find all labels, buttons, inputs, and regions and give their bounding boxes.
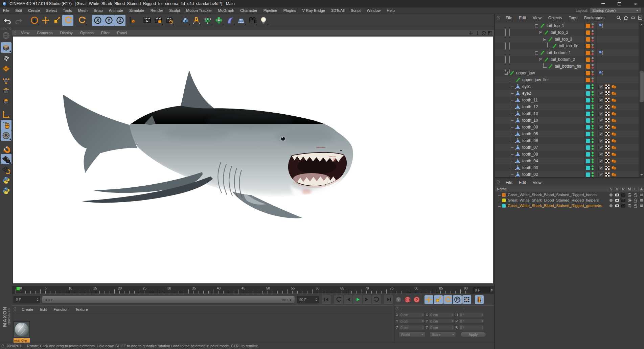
- object-name[interactable]: tail_bottom_fin: [555, 64, 581, 69]
- layer-color-swatch[interactable]: [586, 57, 590, 62]
- tag-uvw-icon[interactable]: [605, 131, 610, 137]
- tag-uvw-icon[interactable]: [605, 165, 610, 170]
- layer-dot[interactable]: [608, 198, 614, 203]
- tag-material-icon[interactable]: [611, 118, 617, 123]
- layer-color-swatch[interactable]: [502, 199, 506, 202]
- tag-psr-icon[interactable]: PSR: [598, 50, 604, 55]
- tag-material-icon[interactable]: [611, 145, 617, 150]
- soft-selection-button[interactable]: S: [1, 130, 12, 141]
- layer-color-swatch[interactable]: [586, 139, 590, 143]
- layer-animation[interactable]: [638, 204, 644, 208]
- last-tool-button[interactable]: [76, 15, 87, 26]
- object-name[interactable]: tooth_06: [522, 138, 538, 143]
- layer-color-swatch[interactable]: [586, 85, 590, 89]
- record-help-button[interactable]: ?: [413, 296, 420, 303]
- object-name[interactable]: tooth_05: [522, 132, 538, 136]
- current-frame-field[interactable]: 0 F: [472, 286, 494, 294]
- object-name[interactable]: tooth_04: [522, 159, 538, 163]
- viewport-grip[interactable]: [13, 31, 16, 35]
- undo-button[interactable]: [2, 15, 13, 26]
- menu-v-ray-bridge[interactable]: V-Ray Bridge: [299, 8, 328, 13]
- layer-eye[interactable]: [614, 198, 620, 203]
- menu-snap[interactable]: Snap: [91, 8, 106, 13]
- scale-button[interactable]: [51, 15, 62, 26]
- tree-row[interactable]: tooth_11: [495, 97, 639, 103]
- layer-manager-menu-file[interactable]: File: [502, 180, 515, 185]
- tag-uvw-icon[interactable]: [605, 124, 610, 130]
- tree-row[interactable]: tooth_06: [495, 137, 639, 144]
- python-tag-button[interactable]: [1, 175, 12, 185]
- collapse-icon[interactable]: [539, 31, 542, 34]
- tag-material-icon[interactable]: [611, 165, 617, 170]
- object-tree-scrollbar[interactable]: [639, 22, 644, 177]
- layer-color-swatch[interactable]: [586, 98, 590, 102]
- layer-color-swatch[interactable]: [586, 132, 590, 136]
- layer-animation[interactable]: [638, 198, 644, 203]
- tag-material-icon[interactable]: [611, 138, 617, 143]
- add-cube-button[interactable]: [180, 15, 191, 26]
- material-thumbnail[interactable]: [14, 321, 30, 338]
- tag-uvw-icon[interactable]: [605, 145, 610, 150]
- add-environment-button[interactable]: [235, 15, 247, 26]
- material-menu-function[interactable]: Function: [50, 307, 72, 311]
- position-field[interactable]: 0 cm: [399, 312, 424, 317]
- layer-color-swatch[interactable]: [586, 44, 590, 48]
- object-manager-menu-edit[interactable]: Edit: [515, 16, 529, 20]
- position-field[interactable]: 0 cm: [399, 319, 424, 324]
- tag-weight-icon[interactable]: [598, 165, 604, 170]
- home-icon[interactable]: [623, 15, 628, 20]
- axis-y-button[interactable]: Y: [103, 15, 114, 26]
- layer-color-swatch[interactable]: [586, 118, 590, 123]
- object-manager-menu-bookmarks[interactable]: Bookmarks: [581, 16, 608, 20]
- pan-view-icon[interactable]: [468, 31, 473, 36]
- add-modeling-button[interactable]: [213, 15, 224, 26]
- menu-edit[interactable]: Edit: [13, 8, 25, 13]
- tag-material-icon[interactable]: [611, 111, 617, 116]
- tree-row[interactable]: tooth_02: [495, 171, 639, 177]
- tag-weight-icon[interactable]: [598, 91, 604, 96]
- close-button[interactable]: ×: [628, 0, 643, 7]
- add-spline-button[interactable]: [191, 15, 202, 26]
- tree-row[interactable]: tail_bottom_fin: [495, 63, 639, 70]
- layer-manager-icon[interactable]: [626, 204, 632, 208]
- layer-color-swatch[interactable]: [586, 145, 590, 150]
- rotation-field[interactable]: 0 °: [458, 319, 484, 324]
- mode-axis-button[interactable]: [1, 109, 12, 120]
- object-name[interactable]: tooth_11: [522, 98, 538, 102]
- layer-color-swatch[interactable]: [586, 166, 590, 170]
- layer-manager-menu-view[interactable]: View: [529, 180, 545, 185]
- minimize-button[interactable]: [596, 0, 610, 7]
- collapse-icon[interactable]: [535, 24, 538, 27]
- material-grip[interactable]: [14, 307, 16, 311]
- render-settings-button[interactable]: [164, 15, 175, 26]
- mode-edges-button[interactable]: [1, 86, 12, 96]
- axis-z-button[interactable]: Z: [114, 15, 125, 26]
- collapse-icon[interactable]: [539, 58, 542, 61]
- mode-workplane-button[interactable]: [1, 63, 12, 74]
- menu-tools[interactable]: Tools: [60, 8, 75, 13]
- next-frame-button[interactable]: [363, 295, 371, 304]
- layer-eye[interactable]: [614, 204, 620, 208]
- tag-material-icon[interactable]: [611, 97, 617, 103]
- tag-weight-icon[interactable]: [598, 111, 604, 116]
- tag-weight-icon[interactable]: [598, 138, 604, 143]
- tree-row[interactable]: tail_top_1 PSR: [495, 22, 639, 29]
- tree-row[interactable]: tail_top_fin: [495, 43, 639, 49]
- tag-weight-icon[interactable]: [598, 145, 604, 150]
- tag-uvw-icon[interactable]: [605, 152, 610, 157]
- object-name[interactable]: eye2: [522, 91, 531, 96]
- timeline-ruler[interactable]: 051015202530354045505560657075808590: [12, 286, 472, 294]
- tag-material-icon[interactable]: [611, 172, 617, 177]
- menu-select[interactable]: Select: [43, 8, 60, 13]
- tree-row[interactable]: tail_bottom_1 PSR: [495, 49, 639, 56]
- menu-pipeline[interactable]: Pipeline: [260, 8, 280, 13]
- object-name[interactable]: tooth_12: [522, 104, 538, 109]
- range-end-field[interactable]: 90 F: [297, 296, 319, 303]
- layer-color-swatch[interactable]: [586, 71, 590, 75]
- object-name[interactable]: tooth_07: [522, 145, 538, 150]
- snap-magnet-button[interactable]: [1, 143, 12, 154]
- coord-space-dropdown[interactable]: World: [399, 332, 425, 337]
- tag-weight-icon[interactable]: [598, 152, 604, 157]
- tree-row[interactable]: tooth_12: [495, 103, 639, 110]
- object-manager-menu-objects[interactable]: Objects: [545, 16, 566, 20]
